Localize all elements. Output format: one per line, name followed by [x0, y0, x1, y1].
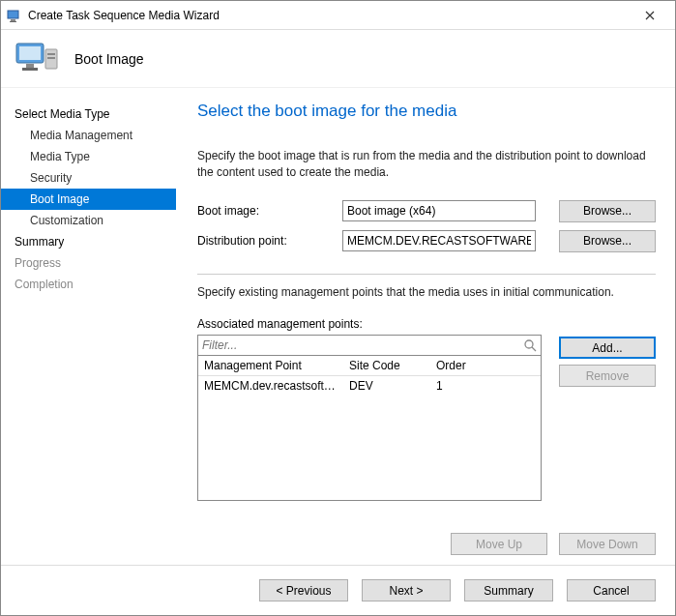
browse-boot-image-button[interactable]: Browse... [559, 200, 656, 222]
wizard-body: Select Media Type Media Management Media… [1, 88, 675, 565]
titlebar: Create Task Sequence Media Wizard [1, 1, 675, 30]
dist-point-field[interactable] [342, 230, 536, 251]
assoc-left: Management Point Site Code Order MEMCM.d… [197, 335, 542, 501]
move-buttons: Move Up Move Down [197, 510, 656, 555]
sidebar-item-summary[interactable]: Summary [1, 231, 176, 252]
col-management-point[interactable]: Management Point [198, 356, 343, 375]
boot-image-field[interactable] [342, 200, 536, 221]
boot-image-row: Boot image: Browse... [197, 200, 656, 222]
filter-wrap [197, 335, 542, 356]
cell-site: DEV [343, 376, 430, 396]
filter-input[interactable] [198, 336, 541, 355]
svg-rect-6 [22, 68, 38, 71]
previous-button[interactable]: < Previous [259, 579, 348, 601]
sidebar-item-boot-image[interactable]: Boot Image [1, 189, 176, 210]
wizard-header: Boot Image [1, 30, 675, 88]
sidebar-item-security[interactable]: Security [1, 167, 176, 189]
mgmt-points-table[interactable]: Management Point Site Code Order MEMCM.d… [197, 356, 542, 501]
svg-rect-4 [19, 46, 41, 60]
svg-line-11 [532, 347, 536, 351]
summary-button[interactable]: Summary [464, 579, 553, 601]
sidebar-item-progress: Progress [1, 252, 176, 274]
search-icon[interactable] [523, 338, 537, 352]
sidebar-item-media-type[interactable]: Media Type [1, 146, 176, 167]
svg-rect-9 [47, 57, 55, 59]
move-down-button: Move Down [559, 533, 656, 555]
header-title: Boot Image [74, 51, 144, 67]
wizard-content: Select the boot image for the media Spec… [176, 88, 675, 565]
mgmt-description: Specify existing management points that … [197, 284, 656, 301]
add-button[interactable]: Add... [559, 337, 656, 359]
sidebar-group-select-media-type[interactable]: Select Media Type [1, 103, 176, 125]
close-button[interactable] [631, 2, 669, 29]
dist-point-label: Distribution point: [197, 234, 342, 248]
svg-rect-5 [26, 64, 34, 68]
assoc-buttons: Add... Remove [559, 335, 656, 393]
wizard-window: Create Task Sequence Media Wizard Boot I… [0, 0, 676, 616]
sidebar-item-completion: Completion [1, 274, 176, 295]
sidebar-item-media-management[interactable]: Media Management [1, 125, 176, 146]
cancel-button[interactable]: Cancel [567, 579, 656, 601]
page-title: Select the boot image for the media [197, 102, 656, 121]
page-description: Specify the boot image that is run from … [197, 148, 656, 181]
cell-order: 1 [430, 376, 498, 396]
sidebar-item-customization[interactable]: Customization [1, 210, 176, 231]
computer-icon [15, 40, 61, 78]
boot-image-label: Boot image: [197, 204, 342, 218]
divider [197, 274, 656, 275]
wizard-sidebar: Select Media Type Media Management Media… [1, 88, 176, 565]
next-button[interactable]: Next > [362, 579, 451, 601]
svg-rect-8 [47, 53, 55, 55]
table-row[interactable]: MEMCM.dev.recastsoftwar... DEV 1 [198, 376, 541, 396]
col-site-code[interactable]: Site Code [343, 356, 430, 375]
move-up-button: Move Up [451, 533, 547, 555]
remove-button: Remove [559, 365, 656, 387]
wizard-footer: < Previous Next > Summary Cancel [1, 565, 675, 615]
app-icon [7, 8, 22, 23]
assoc-label: Associated management points: [197, 317, 656, 331]
table-header: Management Point Site Code Order [198, 356, 541, 376]
assoc-section: Management Point Site Code Order MEMCM.d… [197, 335, 656, 501]
svg-rect-2 [10, 21, 16, 22]
dist-point-row: Distribution point: Browse... [197, 230, 656, 252]
col-order[interactable]: Order [430, 356, 498, 375]
window-title: Create Task Sequence Media Wizard [28, 9, 631, 22]
svg-rect-0 [8, 11, 18, 18]
svg-rect-1 [11, 19, 15, 21]
cell-mp: MEMCM.dev.recastsoftwar... [198, 376, 343, 396]
browse-dist-point-button[interactable]: Browse... [559, 230, 656, 252]
svg-point-10 [525, 340, 533, 348]
